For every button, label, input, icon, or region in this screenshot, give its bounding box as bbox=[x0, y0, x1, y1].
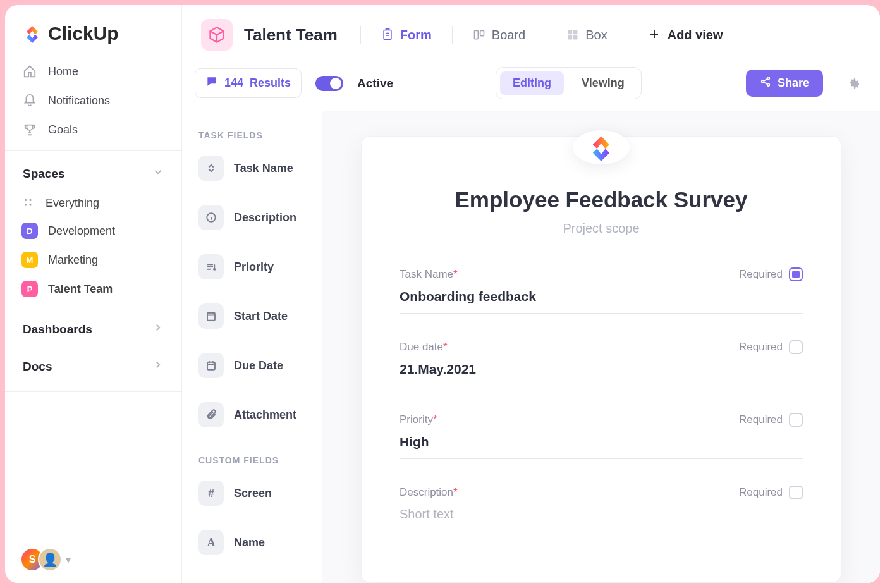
field-label: Name bbox=[234, 536, 265, 549]
active-toggle[interactable] bbox=[315, 76, 343, 91]
svg-rect-16 bbox=[207, 362, 215, 370]
field-task-name[interactable]: Task Name bbox=[196, 149, 313, 199]
tab-form[interactable]: Form bbox=[377, 25, 436, 45]
field-description[interactable]: Description bbox=[196, 199, 313, 248]
field-placeholder[interactable]: Short text bbox=[400, 499, 803, 530]
share-icon bbox=[760, 76, 771, 90]
spaces-header[interactable]: Spaces bbox=[5, 157, 181, 190]
required-checkbox[interactable] bbox=[789, 413, 803, 427]
results-count: 144 bbox=[224, 77, 243, 90]
form-field-description[interactable]: Description* Required Short text bbox=[400, 486, 803, 530]
space-label: Everything bbox=[46, 197, 99, 210]
nav-notifications[interactable]: Notifications bbox=[16, 86, 170, 115]
field-panel: TASK FIELDS Task Name Description bbox=[182, 111, 322, 583]
brand-logo[interactable]: ClickUp bbox=[5, 5, 181, 57]
svg-rect-9 bbox=[568, 35, 573, 40]
tab-board[interactable]: Board bbox=[469, 25, 529, 45]
plus-icon bbox=[649, 28, 661, 41]
field-label: Screen bbox=[234, 487, 272, 500]
form-field-priority[interactable]: Priority* Required High bbox=[400, 413, 803, 459]
required-label: Required bbox=[739, 413, 783, 426]
comment-icon bbox=[205, 75, 218, 91]
attachment-icon bbox=[198, 402, 224, 427]
svg-point-3 bbox=[29, 204, 31, 205]
share-button[interactable]: Share bbox=[746, 70, 823, 97]
add-view-button[interactable]: Add view bbox=[645, 25, 727, 45]
tab-box[interactable]: Box bbox=[563, 25, 611, 45]
nav-docs[interactable]: Docs bbox=[5, 348, 181, 385]
field-name[interactable]: A Name bbox=[196, 524, 313, 573]
field-label: Priority* bbox=[400, 413, 437, 426]
form-field-task-name[interactable]: Task Name* Required Onboarding feedback bbox=[400, 267, 803, 314]
field-label: Priority bbox=[234, 260, 274, 274]
grid-dots-icon bbox=[21, 196, 35, 210]
user-avatar-photo: 👤 bbox=[38, 548, 62, 572]
nav-home[interactable]: Home bbox=[16, 57, 170, 86]
tab-label: Add view bbox=[668, 28, 723, 42]
required-checkbox[interactable] bbox=[789, 486, 803, 499]
field-label: Start Date bbox=[234, 310, 288, 323]
main: Talent Team Form Board Box bbox=[182, 5, 880, 583]
tab-label: Box bbox=[585, 28, 607, 42]
bell-icon bbox=[23, 94, 37, 107]
space-badge: P bbox=[21, 281, 38, 297]
share-label: Share bbox=[778, 77, 809, 90]
results-button[interactable]: 144 Results bbox=[195, 68, 302, 98]
space-badge: M bbox=[21, 252, 38, 268]
svg-point-0 bbox=[25, 199, 27, 201]
task-fields-heading: TASK FIELDS bbox=[196, 126, 313, 149]
svg-rect-8 bbox=[573, 30, 578, 35]
sidebar-item-marketing[interactable]: M Marketing bbox=[16, 245, 170, 274]
field-due-date[interactable]: Due Date bbox=[196, 346, 313, 396]
nav-goals[interactable]: Goals bbox=[16, 115, 170, 144]
settings-button[interactable] bbox=[846, 76, 861, 91]
required-label: Required bbox=[739, 486, 783, 499]
form-card: Employee Feedback Survey Project scope T… bbox=[361, 136, 841, 583]
space-chip[interactable] bbox=[201, 19, 233, 51]
topbar: Talent Team Form Board Box bbox=[182, 5, 880, 63]
space-label: Talent Team bbox=[48, 283, 113, 296]
text-icon: A bbox=[198, 530, 224, 555]
chevron-down-icon bbox=[152, 166, 164, 181]
board-icon bbox=[473, 28, 485, 41]
required-checkbox[interactable] bbox=[789, 340, 803, 354]
sidebar-item-talent-team[interactable]: P Talent Team bbox=[16, 274, 170, 303]
segment-viewing[interactable]: Viewing bbox=[569, 71, 637, 95]
active-toggle-label: Active bbox=[357, 77, 393, 90]
form-logo[interactable] bbox=[573, 130, 630, 164]
field-start-date[interactable]: Start Date bbox=[196, 297, 313, 346]
field-label: Due Date bbox=[234, 359, 283, 372]
form-title[interactable]: Employee Feedback Survey bbox=[400, 187, 803, 212]
required-label: Required bbox=[739, 268, 783, 281]
custom-fields-heading: CUSTOM FIELDS bbox=[196, 451, 313, 474]
segment-editing[interactable]: Editing bbox=[500, 71, 564, 95]
field-screen[interactable]: # Screen bbox=[196, 474, 313, 524]
required-label: Required bbox=[739, 341, 783, 353]
space-label: Marketing bbox=[48, 254, 98, 267]
field-label: Due date* bbox=[400, 341, 448, 353]
svg-rect-5 bbox=[474, 30, 478, 39]
form-subtitle[interactable]: Project scope bbox=[400, 221, 803, 236]
field-label: Description bbox=[234, 211, 296, 224]
nav-dashboards[interactable]: Dashboards bbox=[5, 310, 181, 348]
sidebar-item-development[interactable]: D Development bbox=[16, 216, 170, 245]
field-value[interactable]: High bbox=[400, 427, 803, 459]
field-priority[interactable]: Priority bbox=[196, 248, 313, 297]
sort-icon bbox=[198, 156, 224, 181]
required-checkbox[interactable] bbox=[789, 267, 803, 281]
user-menu[interactable]: S 👤 ▾ bbox=[5, 536, 181, 583]
form-field-due-date[interactable]: Due date* Required 21.May.2021 bbox=[400, 340, 803, 386]
nav-label: Dashboards bbox=[23, 322, 92, 336]
field-value[interactable]: 21.May.2021 bbox=[400, 354, 803, 386]
trophy-icon bbox=[23, 123, 37, 137]
spaces-heading: Spaces bbox=[23, 167, 65, 181]
svg-rect-6 bbox=[480, 30, 484, 35]
svg-rect-15 bbox=[207, 313, 215, 321]
svg-rect-10 bbox=[573, 35, 578, 40]
brand-name: ClickUp bbox=[48, 23, 119, 44]
page-title: Talent Team bbox=[244, 25, 338, 45]
field-value[interactable]: Onboarding feedback bbox=[400, 281, 803, 314]
field-attachment[interactable]: Attachment bbox=[196, 396, 313, 445]
results-label: Results bbox=[250, 77, 291, 90]
sidebar-item-everything[interactable]: Everything bbox=[16, 190, 170, 216]
